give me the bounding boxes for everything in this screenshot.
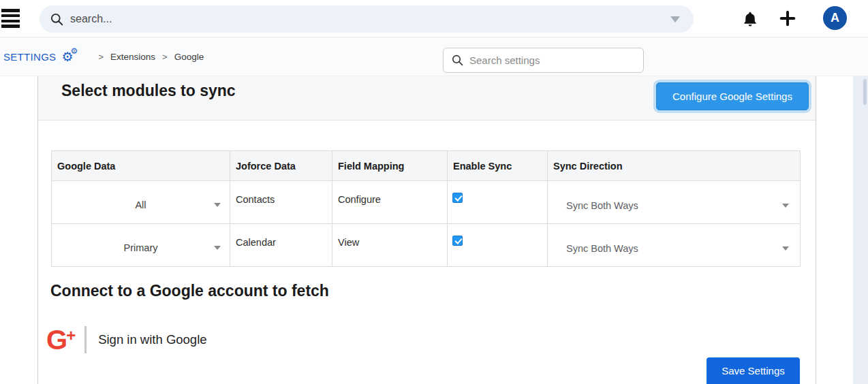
column-header-field-mapping: Field Mapping <box>332 151 448 181</box>
sync-direction-select[interactable]: Sync Both Ways <box>548 224 800 266</box>
chevron-down-icon <box>782 246 789 251</box>
field-mapping-configure-link[interactable]: Configure <box>332 181 448 224</box>
google-plus-g: G <box>46 326 66 353</box>
scrollbar-track[interactable] <box>853 76 868 384</box>
google-signin-button[interactable]: G + Sign in with Google <box>46 324 207 355</box>
google-plus-icon: G + <box>46 326 76 353</box>
breadcrumb-bar: SETTINGS ⚙⚙ > Extensions > Google <box>0 37 868 76</box>
table-row: All Contacts Configure Sync Both Ways <box>52 181 801 224</box>
table-row: Primary Calendar View Sync Both Ways <box>52 224 801 267</box>
joforce-data-cell: Contacts <box>230 181 332 224</box>
settings-search-input[interactable] <box>469 54 636 66</box>
google-data-select-value: All <box>135 199 146 210</box>
menu-icon[interactable] <box>1 9 20 28</box>
page-title: Select modules to sync <box>61 82 236 100</box>
avatar[interactable]: A <box>823 6 847 30</box>
google-signin-label: Sign in with Google <box>98 332 206 347</box>
sync-direction-select-value: Sync Both Ways <box>566 243 638 254</box>
google-data-select[interactable]: All <box>52 181 230 223</box>
sync-direction-select[interactable]: Sync Both Ways <box>548 181 800 223</box>
breadcrumb-settings-link[interactable]: SETTINGS <box>3 51 56 63</box>
column-header-sync-direction: Sync Direction <box>548 151 801 181</box>
connect-google-heading: Connect to a Google account to fetch <box>50 282 329 300</box>
column-header-joforce-data: Joforce Data <box>230 151 332 181</box>
chevron-down-icon[interactable] <box>670 16 680 22</box>
scrollbar-thumb[interactable] <box>863 79 867 105</box>
save-settings-button[interactable]: Save Settings <box>707 357 800 384</box>
configure-google-settings-button[interactable]: Configure Google Settings <box>656 82 809 110</box>
search-icon <box>50 13 63 26</box>
notifications-bell-icon[interactable] <box>741 10 759 28</box>
enable-sync-checkbox[interactable] <box>452 236 463 246</box>
breadcrumb: SETTINGS ⚙⚙ > Extensions > Google <box>3 37 204 76</box>
joforce-data-cell: Calendar <box>230 224 332 267</box>
google-plus-plus: + <box>66 327 76 344</box>
google-data-select[interactable]: Primary <box>52 224 230 266</box>
sync-modules-table: Google Data Joforce Data Field Mapping E… <box>51 150 801 267</box>
divider <box>84 326 87 353</box>
add-plus-icon[interactable] <box>778 9 797 28</box>
sync-direction-select-value: Sync Both Ways <box>566 200 638 211</box>
global-search-input[interactable] <box>70 13 670 25</box>
gears-icon[interactable]: ⚙⚙ <box>61 49 79 65</box>
chevron-down-icon <box>214 246 221 250</box>
field-mapping-view-link[interactable]: View <box>332 224 448 267</box>
topbar: A <box>0 0 868 37</box>
breadcrumb-item-extensions[interactable]: Extensions <box>110 52 155 62</box>
screen: A SETTINGS ⚙⚙ > Extensions > Google Sele… <box>0 0 868 384</box>
chevron-down-icon <box>782 204 789 208</box>
enable-sync-checkbox[interactable] <box>452 193 463 203</box>
column-header-enable-sync: Enable Sync <box>448 151 548 181</box>
google-data-select-value: Primary <box>124 242 158 253</box>
breadcrumb-item-google[interactable]: Google <box>174 52 204 62</box>
search-icon <box>452 54 463 66</box>
settings-search[interactable] <box>443 48 644 73</box>
table-header-row: Google Data Joforce Data Field Mapping E… <box>52 151 801 181</box>
breadcrumb-separator: > <box>162 52 168 62</box>
breadcrumb-separator: > <box>98 52 104 62</box>
global-search[interactable] <box>40 5 694 33</box>
chevron-down-icon <box>214 203 221 207</box>
column-header-google-data: Google Data <box>52 151 230 181</box>
